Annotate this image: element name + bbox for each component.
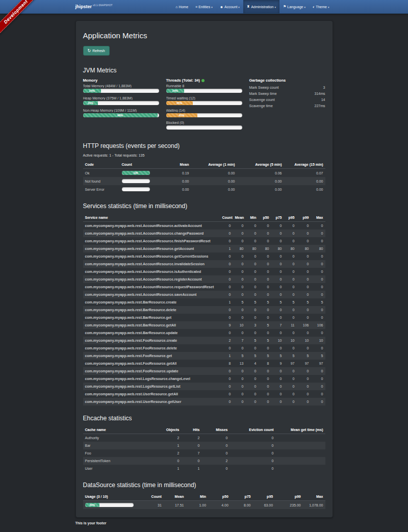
- column-header: p99: [297, 214, 311, 222]
- ehcache-table: Cache name Objects Hits Misses Eviction …: [83, 426, 325, 472]
- progress-text: 98%: [117, 114, 123, 117]
- column-header: Mean: [157, 161, 191, 169]
- column-header: Min: [186, 493, 208, 501]
- main-container: Application Metrics Refresh JVM Metrics …: [75, 20, 333, 518]
- progress-text: 20%: [88, 102, 93, 105]
- cache-name: Authority: [83, 434, 159, 442]
- service-row: com.mycompany.myapp.web.rest.FooResource…: [83, 344, 325, 352]
- threads-heading: Threads (Total: 34): [166, 78, 242, 83]
- service-name: com.mycompany.myapp.web.rest.AccountReso…: [83, 230, 220, 237]
- service-name: com.mycompany.myapp.web.rest.UserResourc…: [83, 390, 220, 398]
- gc-value: 227ms: [314, 104, 325, 108]
- http-row: Ok 135 0.19 0.00 0.06 0.07: [83, 169, 325, 178]
- services-table: Service name Count Mean Min p50 p75 p95 …: [83, 214, 325, 406]
- thread-bars: Runnable 8 24% Timed waiting (12): [166, 84, 242, 130]
- service-row: com.mycompany.myapp.web.rest.AccountReso…: [83, 268, 325, 275]
- column-header: p95: [284, 214, 297, 222]
- column-header: p99: [275, 493, 303, 501]
- service-row: com.mycompany.myapp.web.rest.LogsResourc…: [83, 375, 325, 383]
- footer: This is your footer: [75, 521, 333, 525]
- brand-link[interactable]: jhipster v0.1-SNAPSHOT: [75, 0, 113, 13]
- nav-label: Theme: [316, 5, 327, 9]
- gc-label: Scavenge time: [249, 104, 273, 108]
- memory-section: Memory Total Memory (484M / 1,883M) 24%: [83, 78, 159, 133]
- services-table-body: com.mycompany.myapp.web.rest.AccountReso…: [83, 222, 325, 406]
- progress-text: 35%: [176, 102, 182, 105]
- memory-progress-bar: 98%: [83, 113, 159, 117]
- service-name: com.mycompany.myapp.web.rest.FooResource…: [83, 344, 220, 352]
- tower-icon: [247, 5, 250, 9]
- nav-item-entities[interactable]: Entities: [192, 0, 216, 13]
- count-progress-bar: 135: [122, 171, 150, 175]
- column-header: Cache name: [83, 426, 159, 434]
- ehcache-table-body: Authority 2 2 0 0 Bar 1 0 0 0: [83, 434, 325, 473]
- refresh-icon: [88, 48, 91, 53]
- cache-name: Foo: [83, 449, 159, 457]
- metric-label: Total Memory (484M / 1,883M): [83, 84, 159, 88]
- service-name: com.mycompany.myapp.web.rest.AccountReso…: [83, 283, 220, 291]
- nav-item-account[interactable]: Account: [216, 0, 243, 13]
- thread-metric: Timed waiting (12) 35%: [166, 96, 242, 105]
- refresh-button[interactable]: Refresh: [83, 46, 110, 56]
- column-header: Count: [120, 161, 157, 169]
- cache-name: PersistentToken: [83, 457, 159, 465]
- ehcache-statistics-heading: Ehcache statistics: [83, 415, 325, 422]
- memory-progress-bar: 24%: [83, 89, 159, 93]
- service-name: com.mycompany.myapp.web.rest.BarResource…: [83, 314, 220, 321]
- column-header: Misses: [202, 426, 230, 434]
- thread-progress-bar: 24%: [166, 89, 242, 93]
- http-row: Not found 0.00 0.00 0.00 0.00: [83, 177, 325, 185]
- service-name: com.mycompany.myapp.web.rest.UserResourc…: [83, 398, 220, 406]
- progress-text: 41%: [179, 114, 185, 117]
- usage-progress-bar: 30%: [85, 503, 134, 507]
- memory-metric: Non-Heap Memory (109M / 111M) 98%: [83, 109, 159, 117]
- column-header: Objects: [159, 426, 182, 434]
- column-header: p50: [259, 214, 271, 222]
- brand-name: jhipster: [75, 4, 92, 9]
- service-name: com.mycompany.myapp.web.rest.AccountReso…: [83, 260, 220, 268]
- service-row: com.mycompany.myapp.web.rest.BarResource…: [83, 314, 325, 321]
- thread-progress-bar: 35%: [166, 101, 242, 105]
- garbage-collections-section: Garbage collections Mark Sweep count 3 M…: [249, 78, 325, 133]
- progress-text: 30%: [89, 503, 95, 506]
- service-row: com.mycompany.myapp.web.rest.AccountReso…: [83, 245, 325, 252]
- services-statistics-heading: Services statistics (time in millisecond…: [83, 202, 325, 210]
- service-name: com.mycompany.myapp.web.rest.AccountReso…: [83, 245, 220, 252]
- table-header-row: Service name Count Mean Min p50 p75 p95 …: [83, 214, 325, 222]
- cache-name: User: [83, 465, 159, 472]
- nav-item-theme[interactable]: Theme: [309, 0, 333, 13]
- nav-item-home[interactable]: Home: [172, 0, 192, 13]
- metric-label: Blocked (0): [166, 121, 242, 124]
- gc-label: Scavenge count: [249, 98, 275, 102]
- datasource-row: 30% 31 17.51 1.00 4.00 8.00 63.00 235.00…: [83, 501, 325, 510]
- threads-status-icon[interactable]: [201, 79, 205, 82]
- metric-label: Heap Memory (375M / 1,883M): [83, 96, 159, 100]
- service-name: com.mycompany.myapp.web.rest.BarResource…: [83, 298, 220, 306]
- progress-text: 24%: [89, 89, 95, 92]
- service-name: com.mycompany.myapp.web.rest.AccountReso…: [83, 268, 220, 275]
- metric-label: Waiting (14): [166, 109, 242, 112]
- service-row: com.mycompany.myapp.web.rest.BarResource…: [83, 298, 325, 306]
- service-row: com.mycompany.myapp.web.rest.FooResource…: [83, 360, 325, 367]
- progress-fill: 41%: [166, 113, 197, 117]
- gc-heading: Garbage collections: [249, 78, 325, 83]
- service-name: com.mycompany.myapp.web.rest.AccountReso…: [83, 222, 220, 230]
- service-row: com.mycompany.myapp.web.rest.AccountReso…: [83, 275, 325, 283]
- http-code: Ok: [83, 169, 120, 178]
- service-name: com.mycompany.myapp.web.rest.LogsResourc…: [83, 375, 220, 383]
- gc-label: Mark Sweep count: [249, 86, 279, 89]
- threads-heading-label: Threads (Total: 34): [166, 78, 200, 83]
- service-name: com.mycompany.myapp.web.rest.FooResource…: [83, 352, 220, 360]
- column-header: Max: [311, 214, 325, 222]
- count-progress-bar: [122, 187, 150, 191]
- service-row: com.mycompany.myapp.web.rest.FooResource…: [83, 367, 325, 375]
- gc-row: Scavenge count 14: [249, 96, 325, 103]
- progress-fill: 98%: [83, 113, 158, 117]
- nav-label: Home: [178, 5, 188, 9]
- nav-item-language[interactable]: Language: [279, 0, 309, 13]
- nav-item-administration[interactable]: Administration: [243, 0, 279, 13]
- brand-version: v0.1-SNAPSHOT: [93, 4, 113, 7]
- service-row: com.mycompany.myapp.web.rest.FooResource…: [83, 352, 325, 360]
- cache-name: Bar: [83, 442, 159, 449]
- navbar: jhipster v0.1-SNAPSHOT Home Entities Acc…: [0, 0, 408, 14]
